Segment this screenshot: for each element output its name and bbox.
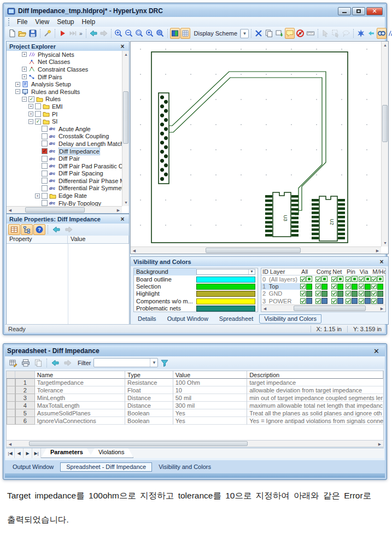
- back-arrow-icon[interactable]: [49, 357, 61, 368]
- panel-close-icon[interactable]: ×: [378, 258, 385, 266]
- grid-row-4[interactable]: 4MaxTotalLengthDistance300 milmaximum al…: [7, 402, 383, 409]
- row-number[interactable]: 3: [15, 394, 35, 402]
- sheet-tab-violations[interactable]: Violations: [89, 448, 134, 458]
- tree-item-constraint-classes[interactable]: +Constraint Classes: [7, 66, 122, 73]
- waveform-icon[interactable]: [387, 28, 392, 39]
- property-column-header[interactable]: Property: [7, 236, 68, 243]
- back-arrow-icon[interactable]: [89, 28, 98, 39]
- tree-checkbox[interactable]: [42, 140, 48, 146]
- save-icon[interactable]: [28, 28, 38, 39]
- tree-vertical-scrollbar[interactable]: ▲▼: [122, 51, 129, 206]
- color-swatch[interactable]: [196, 291, 255, 297]
- cell-type[interactable]: Float: [125, 386, 173, 394]
- cell-description[interactable]: Yes = Ignore antipad violations from sig…: [247, 417, 383, 425]
- tree-item-diff-pair[interactable]: drcDiff Pair: [7, 155, 122, 162]
- collapse-icon[interactable]: −: [15, 89, 20, 94]
- connector-component[interactable]: [159, 93, 169, 184]
- cell-value[interactable]: Yes: [173, 417, 247, 425]
- tree-item-diff-pair-pad-parasitic-capacitanc[interactable]: drcDiff Pair Pad Parasitic Capacitanc: [7, 162, 122, 170]
- row-number[interactable]: 4: [15, 402, 35, 409]
- run-to-end-icon[interactable]: [68, 28, 78, 39]
- color-display-toggle-icon[interactable]: [170, 28, 180, 39]
- sheet-next-button[interactable]: ▶: [24, 448, 32, 458]
- layer-cell[interactable]: [300, 276, 315, 282]
- dock-tab-visibility-and-colors[interactable]: Visibility and Colors: [259, 314, 321, 324]
- crossprobe-icon[interactable]: [254, 28, 264, 39]
- board-view[interactable]: U3 U2 ▲▼ ◀▶: [130, 41, 389, 254]
- display-item-selection[interactable]: Selection: [134, 283, 258, 290]
- cell-description[interactable]: allowable deviation from target impedanc…: [247, 386, 383, 394]
- tree-item-analysis-setup[interactable]: +Analysis Setup: [7, 80, 122, 88]
- dock-tab-spreadsheet[interactable]: Spreadsheet: [214, 314, 258, 324]
- tree-horizontal-scrollbar[interactable]: ◀▶: [7, 206, 122, 213]
- row-number[interactable]: 6: [15, 417, 35, 425]
- tree-item-fly-by-topology[interactable]: drcFly-By Topology: [7, 199, 122, 206]
- minimize-button[interactable]: [338, 7, 351, 15]
- layer-cell[interactable]: [371, 298, 385, 304]
- layer-cell[interactable]: [359, 298, 372, 304]
- grid-horizontal-scrollbar[interactable]: ◀▶: [6, 440, 384, 447]
- tree-checkbox[interactable]: [42, 156, 48, 162]
- tree-item-acute-angle[interactable]: drcAcute Angle: [7, 125, 122, 133]
- tree-item-emi[interactable]: +EMI: [7, 103, 122, 110]
- row-number[interactable]: 2: [15, 386, 35, 394]
- dock-tab-details[interactable]: Details: [133, 314, 161, 324]
- cell-name[interactable]: Tolerance: [35, 386, 125, 394]
- layer-cell[interactable]: [300, 291, 315, 297]
- open-file-icon[interactable]: [17, 28, 27, 39]
- layer-cell[interactable]: [315, 284, 332, 290]
- tree-item-rules[interactable]: −✓Rules: [7, 96, 122, 103]
- tree-checkbox[interactable]: [35, 111, 41, 117]
- layer-row-power[interactable]: 3POWER: [261, 297, 385, 304]
- cell-type[interactable]: Distance: [125, 394, 173, 402]
- grid-view-icon[interactable]: [8, 224, 20, 235]
- zoom-in-icon[interactable]: [114, 28, 124, 39]
- tree-item-delay-and-length-matching[interactable]: drcDelay and Length Matching: [7, 140, 122, 148]
- cell-description[interactable]: min out of target impedance coupled segm…: [247, 394, 383, 402]
- cell-value[interactable]: 10: [173, 386, 247, 394]
- cell-value[interactable]: 50 mil: [173, 394, 247, 402]
- tree-item-pi[interactable]: +PI: [7, 110, 122, 118]
- filter-funnel-icon[interactable]: [159, 357, 171, 368]
- layer-cell[interactable]: [331, 284, 346, 290]
- expand-icon[interactable]: +: [28, 104, 33, 109]
- lasso-icon[interactable]: [341, 28, 351, 39]
- highlight-net-icon[interactable]: [356, 28, 366, 39]
- find-component-icon[interactable]: [377, 28, 387, 39]
- tree-checkbox[interactable]: ✓: [42, 148, 48, 154]
- cell-name[interactable]: MaxTotalLength: [35, 402, 125, 409]
- sort-tree-icon[interactable]: [21, 224, 33, 235]
- measure-icon[interactable]: [306, 28, 315, 39]
- tree-checkbox[interactable]: ✓: [28, 96, 34, 102]
- cell-description[interactable]: target impedance: [247, 379, 383, 386]
- cell-type[interactable]: Boolean: [125, 417, 173, 425]
- grid-toggle-icon[interactable]: [180, 28, 190, 39]
- expand-icon[interactable]: +: [28, 112, 33, 116]
- layer-cell[interactable]: [315, 276, 332, 282]
- forward-arrow-icon[interactable]: [63, 224, 75, 235]
- color-swatch[interactable]: [196, 284, 255, 290]
- color-swatch[interactable]: ▼: [196, 269, 255, 275]
- cell-value[interactable]: 300 mil: [173, 402, 247, 409]
- grid-column-description[interactable]: Description: [247, 371, 383, 379]
- sheet-last-button[interactable]: ▶|: [32, 448, 41, 458]
- cell-name[interactable]: IgnoreViaConnections: [35, 417, 125, 425]
- maximize-button[interactable]: [352, 7, 365, 15]
- close-icon[interactable]: ✕: [370, 347, 383, 355]
- collapse-icon[interactable]: −: [28, 119, 33, 124]
- tree-checkbox[interactable]: [35, 103, 41, 109]
- tree-checkbox[interactable]: [42, 163, 48, 169]
- grid-row-5[interactable]: 5AssumeSolidPlanesBooleanYesTreat all th…: [7, 409, 383, 417]
- value-column-header[interactable]: Value: [68, 236, 129, 243]
- tree-item-diff-pairs[interactable]: +Diff Pairs: [7, 73, 122, 81]
- board-horizontal-scrollbar[interactable]: ◀▶: [131, 247, 381, 254]
- layer-cell[interactable]: [359, 291, 372, 297]
- copy-icon[interactable]: [32, 357, 44, 368]
- layer-cell[interactable]: [359, 276, 372, 282]
- tree-checkbox[interactable]: ✓: [35, 119, 41, 125]
- close-button[interactable]: ✕: [366, 7, 383, 15]
- save-image-icon[interactable]: [274, 28, 284, 39]
- tree-checkbox[interactable]: [42, 171, 48, 177]
- color-swatch[interactable]: [196, 277, 255, 283]
- filter-combo[interactable]: ▼: [93, 358, 158, 367]
